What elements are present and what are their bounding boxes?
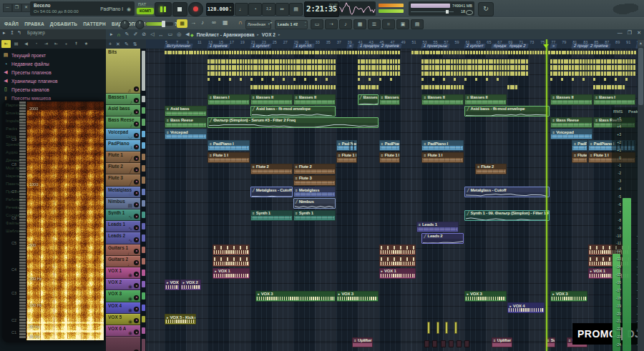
track-header-metalglass[interactable]: Metalglass♢: [106, 187, 140, 198]
clip-auto[interactable]: ╱Asid bass - flt-mod envelope: [464, 106, 550, 117]
section-marker[interactable]: 2 куплет: [464, 44, 487, 49]
browser-item-5[interactable]: ▯Пресеты каналов: [3, 85, 49, 94]
clock-icon[interactable]: ◔: [31, 40, 41, 48]
section-marker[interactable]: 1 куп-55: [293, 44, 314, 49]
clip-pat[interactable]: ≡Basses II: [293, 94, 336, 105]
time-display[interactable]: м:с мс 2:21:35: [304, 1, 339, 17]
mute-led[interactable]: [134, 98, 139, 103]
track-header-basses-i[interactable]: Basses I♪: [106, 94, 140, 105]
track-header-synth-1[interactable]: Synth 1∿: [106, 209, 140, 221]
clip-audio[interactable]: ▸VOX 2: [180, 280, 201, 290]
track-header-asid-bass[interactable]: Asid bass♪: [106, 105, 140, 117]
clip-gtr[interactable]: [379, 256, 416, 267]
clip-area[interactable]: ≡Basses I≡Basses II≡Basses II╱Basses I≡B…: [146, 49, 644, 351]
pattern-prev-icon[interactable]: ▸: [270, 20, 273, 24]
clip-pat[interactable]: ≡Flute 1 I: [572, 152, 587, 163]
section-marker[interactable]: 2 припев: [379, 44, 401, 49]
slider-handle[interactable]: [446, 10, 449, 14]
mixer-panel-icon[interactable]: ☰: [368, 19, 381, 29]
clip-pat[interactable]: ≡Basses I: [208, 94, 250, 105]
drum-fill-row[interactable]: [593, 84, 625, 89]
timeline-ruler[interactable]: 5791113151719212325272931333537394143454…: [146, 39, 644, 49]
file-icon[interactable]: ▤: [11, 40, 21, 48]
header-tool-icon[interactable]: ⇅: [133, 41, 137, 47]
drum-hits-row[interactable]: [411, 51, 637, 54]
record-button[interactable]: [188, 2, 203, 16]
zoom-tool-icon[interactable]: ◎: [177, 31, 181, 37]
playlist-restore-icon[interactable]: ❐: [628, 30, 632, 36]
track-header-leads-1[interactable]: Leads 1∿: [106, 221, 140, 232]
drum-fill-row[interactable]: [507, 84, 518, 89]
clip-audio[interactable]: ▸VOX 3: [255, 291, 335, 302]
section-marker[interactable]: 1 припев: [207, 44, 230, 49]
typing-keyboard-toggle[interactable]: ▦: [177, 19, 187, 28]
clip-pat[interactable]: ≡Bass Reese: [165, 117, 207, 128]
drum-sparse-row[interactable]: [421, 78, 507, 81]
bpm-display[interactable]: 128.000 ▲▼: [206, 3, 234, 16]
riser-clip[interactable]: [427, 322, 430, 334]
mute-led[interactable]: [134, 144, 139, 149]
clip-pat[interactable]: ≡Basses II: [464, 94, 507, 105]
menu-item-файл[interactable]: ФАЙЛ: [4, 21, 19, 26]
section-marker[interactable]: 1 проигрыш: [421, 44, 451, 49]
plus-icon[interactable]: +: [62, 40, 71, 48]
track-header-vox-6-a[interactable]: VOX 6 A◉: [106, 325, 140, 337]
drum-fill-row[interactable]: [250, 84, 336, 89]
mute-led[interactable]: [134, 295, 139, 300]
clip-pat[interactable]: ≡PadPiano I: [421, 140, 464, 151]
clip-pat[interactable]: ≡Flute 1 I: [208, 152, 250, 163]
clip-pat[interactable]: ≡PadPiano I: [336, 140, 357, 151]
drum-hits-row[interactable]: [165, 51, 401, 54]
browser-item-1[interactable]: ▤Текущий проект: [3, 51, 46, 59]
track-header-bass-reese[interactable]: Bass Reese♪: [106, 117, 140, 128]
header-tool-icon[interactable]: +: [109, 41, 112, 46]
menu-item-правка[interactable]: ПРАВКА: [24, 21, 44, 26]
clip-part[interactable]: ≡Uplifter 1: [352, 337, 373, 347]
collapse-all-icon[interactable]: ⇤: [1, 40, 11, 48]
track-header-voicepad[interactable]: Voicepad◡: [106, 129, 140, 140]
mute-led[interactable]: [134, 318, 139, 323]
clip-audio[interactable]: ▸VOX 3: [336, 291, 379, 302]
save-new-icon[interactable]: ▤: [411, 19, 424, 29]
clip-pat[interactable]: ≡Flute 3: [293, 175, 336, 186]
browser-item-3[interactable]: ◀Пресеты плагинов: [3, 68, 52, 76]
clip-auto[interactable]: ╱Фильтр (Simplon) - Serum #3 - Filter 2 …: [208, 117, 379, 128]
menu-item-добавить[interactable]: ДОБАВИТЬ: [50, 21, 77, 26]
clip-pat[interactable]: ≡Metalglass: [293, 187, 336, 197]
snap-selector[interactable]: Линейная ▾: [245, 20, 271, 29]
save-icon[interactable]: ▣: [396, 19, 409, 29]
plugin-picker-icon[interactable]: ⌗: [382, 19, 395, 29]
clip-pat[interactable]: ≡PadPiano I: [379, 140, 400, 151]
touch-keyboard-icon[interactable]: ▭: [311, 19, 323, 29]
volume-handle[interactable]: [162, 21, 165, 27]
clip-pat[interactable]: ≡Flute 2: [293, 164, 336, 174]
master-knob[interactable]: [135, 20, 145, 29]
back-icon[interactable]: ↰: [17, 30, 21, 36]
clip-pat[interactable]: ≡Basses I: [379, 94, 400, 105]
spectrogram-window[interactable]: ПартитурыEnvelopeImpulsesPacksSkinsSpeec…: [2, 100, 106, 342]
drum-fill-row[interactable]: [421, 84, 464, 89]
section-marker[interactable]: 1 куплет: [250, 44, 272, 49]
metronome-icon[interactable]: ♩: [235, 3, 248, 16]
piano-roll-panel-icon[interactable]: ♪: [339, 19, 352, 29]
mute-led[interactable]: [134, 283, 139, 288]
vocal-chop-clip[interactable]: [457, 340, 462, 347]
clip-audio[interactable]: ▸VOX 5 - Kick ▸ VOX 5: [165, 314, 196, 325]
mute-led[interactable]: [134, 191, 139, 196]
remote-icon[interactable]: ▦: [223, 19, 228, 26]
play-pause-button[interactable]: [155, 2, 172, 16]
track-header-bottom[interactable]: [106, 337, 140, 351]
track-header-bits[interactable]: Bits♬: [106, 49, 140, 94]
drum-pattern-block[interactable]: [208, 58, 250, 76]
delete-tool-icon[interactable]: ⊘: [142, 31, 146, 37]
clip-auto[interactable]: ╱Asid bass - flt-mod envelope: [250, 106, 336, 117]
section-marker[interactable]: Вступление: [164, 44, 193, 49]
drum-pattern-block[interactable]: [507, 58, 529, 76]
clip-pat[interactable]: ≡Voicepad: [550, 129, 592, 139]
breadcrumb-main[interactable]: Плейлист - Аранжировка: [197, 32, 255, 37]
mute-led[interactable]: [134, 122, 139, 127]
clip-part[interactable]: ≡Uplifter 1: [492, 337, 512, 347]
clip-audio[interactable]: ▸VOX 2: [165, 280, 180, 290]
clip-pat[interactable]: ≡Synth 1: [250, 210, 293, 221]
playback-tool-icon[interactable]: ◀: [185, 31, 189, 37]
